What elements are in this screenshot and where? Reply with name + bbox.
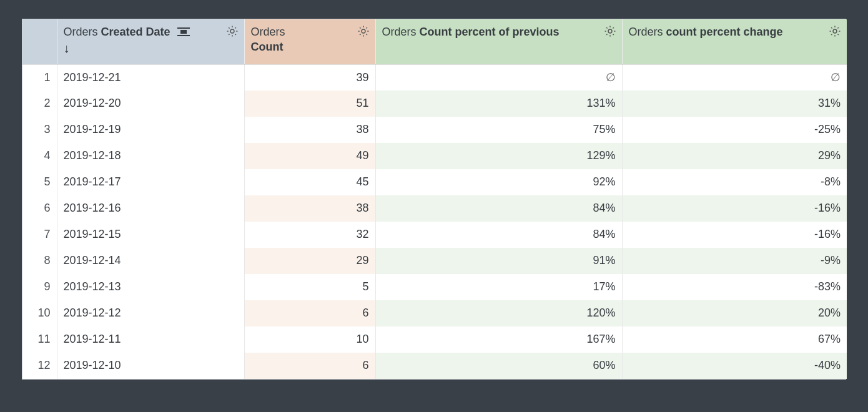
cell-percent-of-previous: 167% bbox=[375, 326, 622, 353]
row-index: 12 bbox=[22, 353, 57, 379]
pivot-icon bbox=[177, 27, 191, 37]
cell-orders-count: 10 bbox=[244, 326, 375, 353]
cell-created-date: 2019-12-19 bbox=[57, 117, 244, 143]
cell-orders-count: 51 bbox=[244, 91, 375, 117]
cell-created-date: 2019-12-18 bbox=[57, 143, 244, 169]
svg-point-3 bbox=[230, 29, 234, 33]
row-index: 9 bbox=[22, 274, 57, 300]
cell-created-date: 2019-12-11 bbox=[57, 326, 244, 353]
row-index: 2 bbox=[22, 91, 57, 117]
gear-icon[interactable] bbox=[603, 24, 617, 38]
table-row[interactable]: 32019-12-193875%-25% bbox=[22, 117, 847, 143]
cell-orders-count: 45 bbox=[244, 169, 375, 195]
header-percent-change[interactable]: Orders count percent change bbox=[622, 19, 847, 64]
table-row[interactable]: 62019-12-163884%-16% bbox=[22, 195, 847, 222]
cell-orders-count: 49 bbox=[244, 143, 375, 169]
cell-orders-count: 32 bbox=[244, 222, 375, 248]
row-index: 4 bbox=[22, 143, 57, 169]
cell-created-date: 2019-12-21 bbox=[57, 64, 244, 91]
table-row[interactable]: 22019-12-2051131%31% bbox=[22, 91, 847, 117]
cell-percent-change: -9% bbox=[622, 248, 847, 274]
cell-created-date: 2019-12-20 bbox=[57, 91, 244, 117]
table-row[interactable]: 12019-12-2139∅∅ bbox=[22, 64, 847, 91]
gear-icon[interactable] bbox=[225, 24, 239, 38]
header-percent-change-main: count percent change bbox=[666, 26, 783, 38]
row-index: 7 bbox=[22, 222, 57, 248]
header-index bbox=[22, 19, 57, 64]
table-row[interactable]: 82019-12-142991%-9% bbox=[22, 248, 847, 274]
cell-percent-of-previous: 129% bbox=[375, 143, 622, 169]
row-index: 3 bbox=[22, 117, 57, 143]
svg-point-4 bbox=[362, 29, 365, 33]
header-created-date-prefix: Orders bbox=[64, 26, 101, 38]
header-percent-of-previous-prefix: Orders bbox=[382, 26, 420, 38]
data-table-frame: Orders Created Date ↓ Orders Count bbox=[22, 19, 846, 380]
cell-percent-change: -16% bbox=[622, 195, 847, 222]
cell-percent-of-previous: 75% bbox=[375, 117, 622, 143]
cell-orders-count: 38 bbox=[244, 117, 375, 143]
table-row[interactable]: 92019-12-13517%-83% bbox=[22, 274, 847, 300]
null-icon: ∅ bbox=[606, 71, 616, 84]
gear-icon[interactable] bbox=[357, 24, 370, 38]
row-index: 5 bbox=[22, 169, 57, 195]
cell-percent-change: 67% bbox=[622, 326, 847, 353]
cell-created-date: 2019-12-17 bbox=[57, 169, 244, 195]
table-row[interactable]: 102019-12-126120%20% bbox=[22, 300, 847, 326]
table-row[interactable]: 122019-12-10660%-40% bbox=[22, 353, 847, 379]
cell-orders-count: 6 bbox=[244, 300, 375, 326]
cell-percent-of-previous: 84% bbox=[375, 222, 622, 248]
data-table: Orders Created Date ↓ Orders Count bbox=[22, 19, 847, 379]
cell-percent-of-previous: ∅ bbox=[375, 64, 622, 91]
header-orders-count[interactable]: Orders Count bbox=[244, 19, 375, 64]
cell-percent-of-previous: 17% bbox=[375, 274, 622, 300]
cell-percent-of-previous: 120% bbox=[375, 300, 622, 326]
row-index: 8 bbox=[22, 248, 57, 274]
svg-rect-2 bbox=[180, 30, 187, 34]
cell-created-date: 2019-12-10 bbox=[57, 353, 244, 379]
cell-created-date: 2019-12-16 bbox=[57, 195, 244, 222]
cell-orders-count: 38 bbox=[244, 195, 375, 222]
gear-icon[interactable] bbox=[828, 24, 842, 38]
cell-created-date: 2019-12-13 bbox=[57, 274, 244, 300]
cell-percent-change: -83% bbox=[622, 274, 847, 300]
cell-percent-change: -25% bbox=[622, 117, 847, 143]
cell-percent-of-previous: 84% bbox=[375, 195, 622, 222]
sort-descending-icon: ↓ bbox=[64, 42, 191, 54]
cell-orders-count: 6 bbox=[244, 353, 375, 379]
cell-orders-count: 5 bbox=[244, 274, 375, 300]
table-row[interactable]: 72019-12-153284%-16% bbox=[22, 222, 847, 248]
table-row[interactable]: 112019-12-1110167%67% bbox=[22, 326, 847, 353]
header-created-date[interactable]: Orders Created Date ↓ bbox=[57, 19, 244, 64]
cell-percent-change: -8% bbox=[622, 169, 847, 195]
header-created-date-main: Created Date bbox=[101, 26, 170, 38]
header-orders-count-main: Count bbox=[251, 41, 284, 53]
cell-orders-count: 29 bbox=[244, 248, 375, 274]
cell-created-date: 2019-12-12 bbox=[57, 300, 244, 326]
header-percent-of-previous[interactable]: Orders Count percent of previous bbox=[375, 19, 622, 64]
cell-percent-of-previous: 60% bbox=[375, 353, 622, 379]
header-orders-count-prefix: Orders bbox=[251, 26, 285, 38]
cell-percent-change: ∅ bbox=[622, 64, 847, 91]
cell-created-date: 2019-12-14 bbox=[57, 248, 244, 274]
row-index: 10 bbox=[22, 300, 57, 326]
null-icon: ∅ bbox=[831, 71, 841, 84]
cell-percent-change: -40% bbox=[622, 353, 847, 379]
row-index: 6 bbox=[22, 195, 57, 222]
cell-percent-change: 31% bbox=[622, 91, 847, 117]
svg-point-5 bbox=[608, 29, 612, 33]
cell-percent-change: 20% bbox=[622, 300, 847, 326]
cell-percent-of-previous: 92% bbox=[375, 169, 622, 195]
table-row[interactable]: 52019-12-174592%-8% bbox=[22, 169, 847, 195]
svg-point-6 bbox=[833, 29, 837, 33]
cell-percent-change: -16% bbox=[622, 222, 847, 248]
cell-percent-of-previous: 131% bbox=[375, 91, 622, 117]
row-index: 1 bbox=[22, 64, 57, 91]
cell-created-date: 2019-12-15 bbox=[57, 222, 244, 248]
header-percent-change-prefix: Orders bbox=[629, 26, 666, 38]
cell-percent-of-previous: 91% bbox=[375, 248, 622, 274]
row-index: 11 bbox=[22, 326, 57, 353]
header-percent-of-previous-main: Count percent of previous bbox=[420, 26, 560, 38]
cell-orders-count: 39 bbox=[244, 64, 375, 91]
cell-percent-change: 29% bbox=[622, 143, 847, 169]
table-row[interactable]: 42019-12-1849129%29% bbox=[22, 143, 847, 169]
